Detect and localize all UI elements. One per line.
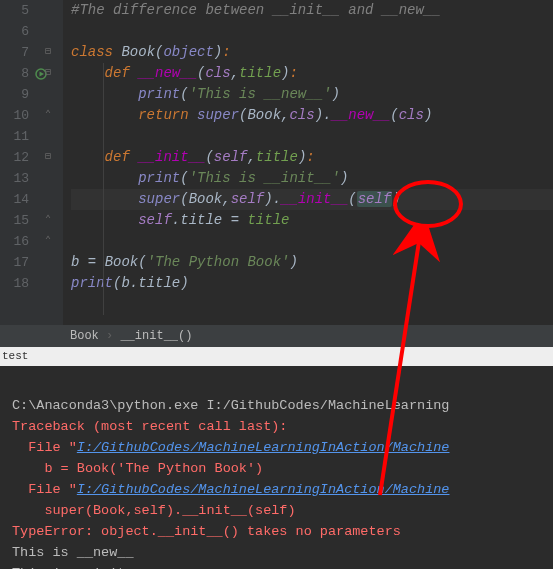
fold-end-icon: ⌃ [45, 236, 55, 246]
code-line: self.title = title [71, 210, 553, 231]
code-line: def __new__(cls,title): [71, 63, 553, 84]
fold-end-icon: ⌃ [45, 110, 55, 120]
code-line: return super(Book,cls).__new__(cls) [71, 105, 553, 126]
fold-minus-icon[interactable]: ⊟ [45, 152, 55, 162]
console-line: This is __new__ [12, 545, 134, 560]
line-number-gutter: 5 6 7 8 9 10 11 12 13 14 15 16 17 18 [0, 0, 35, 325]
code-line: print('This is __init__') [71, 168, 553, 189]
code-line: print(b.title) [71, 273, 553, 294]
line-number: 8 [0, 63, 29, 84]
line-number: 11 [0, 126, 29, 147]
code-line: class Book(object): [71, 42, 553, 63]
line-number: 15 [0, 210, 29, 231]
fold-gutter: ⊟ ⊟ ⌃ ⊟ ⌃ ⌃ [35, 0, 63, 325]
line-number: 16 [0, 231, 29, 252]
code-area[interactable]: #The difference between __init__ and __n… [63, 0, 553, 325]
console-error-line: b = Book('The Python Book') [12, 461, 263, 476]
console-file-link[interactable]: I:/GithubCodes/MachineLearningInAction/M… [77, 482, 450, 497]
code-line: b = Book('The Python Book') [71, 252, 553, 273]
console-error-line: Traceback (most recent call last): [12, 419, 287, 434]
code-line [71, 231, 553, 252]
line-number: 12 [0, 147, 29, 168]
code-line [71, 21, 553, 42]
line-number: 7 [0, 42, 29, 63]
line-number: 10 [0, 105, 29, 126]
breadcrumb-method[interactable]: __init__() [120, 329, 192, 343]
fold-minus-icon[interactable]: ⊟ [45, 47, 55, 57]
code-line-highlighted: super(Book,self).__init__(self) [71, 189, 553, 210]
line-number: 5 [0, 0, 29, 21]
code-line: print('This is __new__') [71, 84, 553, 105]
console-output[interactable]: C:\Anaconda3\python.exe I:/GithubCodes/M… [0, 366, 553, 569]
line-number: 6 [0, 21, 29, 42]
console-error-line: File "I:/GithubCodes/MachineLearningInAc… [12, 440, 449, 455]
console-error-line: TypeError: object.__init__() takes no pa… [12, 524, 401, 539]
console-line: C:\Anaconda3\python.exe I:/GithubCodes/M… [12, 398, 449, 413]
breadcrumb-class[interactable]: Book [70, 329, 99, 343]
indent-guide [103, 63, 104, 315]
line-number: 18 [0, 273, 29, 294]
fold-minus-icon[interactable]: ⊟ [45, 68, 55, 78]
run-tab[interactable]: test [0, 347, 553, 366]
console-error-line: super(Book,self).__init__(self) [12, 503, 296, 518]
console-file-link[interactable]: I:/GithubCodes/MachineLearningInAction/M… [77, 440, 450, 455]
code-line [71, 126, 553, 147]
line-number: 14 [0, 189, 29, 210]
fold-end-icon: ⌃ [45, 215, 55, 225]
code-editor[interactable]: 5 6 7 8 9 10 11 12 13 14 15 16 17 18 ⊟ ⊟… [0, 0, 553, 325]
code-line: #The difference between __init__ and __n… [71, 0, 553, 21]
line-number: 9 [0, 84, 29, 105]
breadcrumb[interactable]: Book › __init__() [0, 325, 553, 347]
line-number: 13 [0, 168, 29, 189]
line-number: 17 [0, 252, 29, 273]
code-line: def __init__(self,title): [71, 147, 553, 168]
svg-marker-1 [40, 72, 45, 77]
run-tab-label: test [2, 350, 28, 362]
console-error-line: File "I:/GithubCodes/MachineLearningInAc… [12, 482, 449, 497]
